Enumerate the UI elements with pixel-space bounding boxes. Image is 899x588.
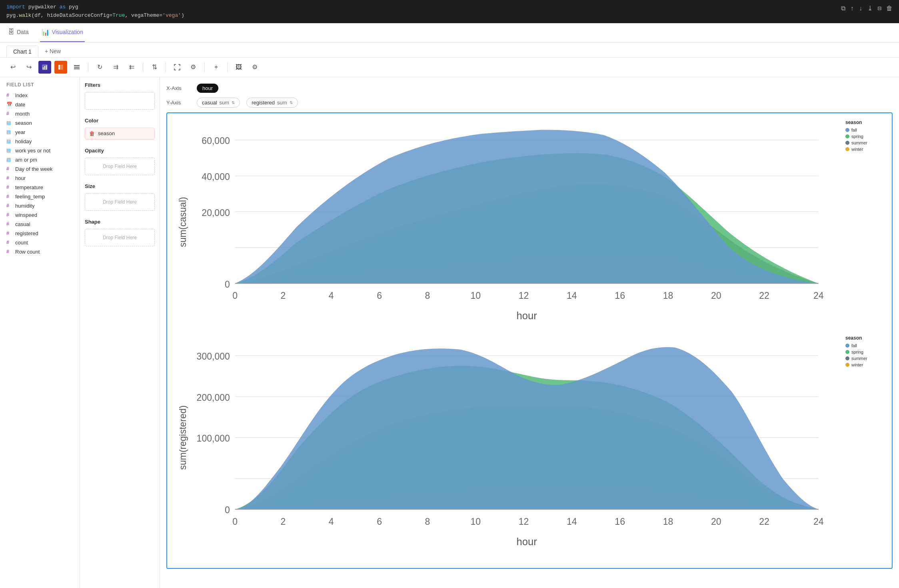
legend-dot	[845, 344, 849, 348]
sep-3	[166, 62, 166, 72]
field-label: am or pm	[15, 157, 37, 163]
field-label: temperature	[15, 184, 43, 190]
field-label: year	[15, 129, 25, 135]
field-label: date	[15, 102, 25, 108]
field-item-hour[interactable]: #hour	[0, 174, 80, 183]
image-button[interactable]: 🖼	[232, 61, 245, 74]
field-item-date[interactable]: 📅date	[0, 100, 80, 109]
field-item-index[interactable]: #index	[0, 91, 80, 100]
size-drop-zone[interactable]: Drop Field Here	[85, 193, 155, 211]
filters-drop-zone[interactable]	[85, 92, 155, 110]
svg-text:200,000: 200,000	[197, 392, 230, 402]
settings1-button[interactable]: ⚙	[187, 61, 200, 74]
yaxis-pill-registered[interactable]: registered sum ⇅	[246, 98, 298, 108]
undo-button[interactable]: ↩	[6, 61, 19, 74]
field-item-winspeed[interactable]: #winspeed	[0, 210, 80, 220]
updown-button[interactable]: ⇅	[148, 61, 161, 74]
svg-text:12: 12	[519, 290, 529, 301]
legend-item: summer	[845, 140, 885, 145]
svg-text:hour: hour	[517, 310, 537, 321]
code-as-kw: as	[60, 4, 66, 10]
minus-icon[interactable]: ⊟	[877, 4, 881, 14]
legend-item: fall	[845, 128, 885, 132]
doc-icon: ▤	[6, 129, 13, 135]
filter1-button[interactable]: ⇉	[109, 61, 122, 74]
field-item-feeling_temp[interactable]: #feeling_temp	[0, 192, 80, 201]
svg-text:14: 14	[567, 516, 577, 526]
copy-icon[interactable]: ⧉	[841, 4, 845, 14]
code-obj: pyg	[6, 12, 16, 18]
down-icon[interactable]: ↓	[859, 4, 863, 14]
chart-type-button[interactable]	[38, 61, 51, 74]
legend-dot	[845, 141, 849, 145]
svg-rect-5	[60, 65, 63, 70]
field-item-Row-count[interactable]: #Row count	[0, 247, 80, 256]
svg-text:2: 2	[281, 516, 286, 526]
field-item-year[interactable]: ▤year	[0, 128, 80, 137]
svg-text:6: 6	[377, 516, 382, 526]
field-item-casual[interactable]: #casual	[0, 220, 80, 229]
field-item-work-yes-or-not[interactable]: ▤work yes or not	[0, 146, 80, 155]
shape-drop-zone[interactable]: Drop Field Here	[85, 229, 155, 246]
refresh-button[interactable]: ↻	[93, 61, 106, 74]
legend-label: spring	[851, 134, 863, 139]
field-item-season[interactable]: ▤season	[0, 118, 80, 128]
chart-tab-new[interactable]: + New	[40, 46, 66, 57]
svg-text:sum(registered): sum(registered)	[178, 405, 188, 470]
field-item-am-or-pm[interactable]: ▤am or pm	[0, 155, 80, 164]
field-label: season	[15, 120, 32, 126]
field-item-count[interactable]: #count	[0, 238, 80, 247]
size-placeholder: Drop Field Here	[103, 199, 137, 205]
legend-item: spring	[845, 134, 885, 139]
hash-icon: #	[6, 230, 13, 236]
yaxis-casual-arrow: ⇅	[232, 100, 235, 105]
svg-text:0: 0	[225, 505, 230, 515]
doc-icon: ▤	[6, 120, 13, 126]
field-item-holiday[interactable]: ▤holiday	[0, 137, 80, 146]
svg-text:12: 12	[519, 516, 529, 526]
legend-item: fall	[845, 343, 885, 348]
field-items-container: #index📅date#month▤season▤year▤holiday▤wo…	[0, 91, 80, 256]
trash-icon[interactable]: 🗑	[89, 130, 95, 137]
doc-icon: ▤	[6, 157, 13, 162]
field-item-Day-of-the-week[interactable]: #Day of the week	[0, 164, 80, 174]
yaxis-reg-name: registered	[252, 100, 275, 106]
opacity-placeholder: Drop Field Here	[103, 164, 137, 169]
hash-icon: #	[6, 221, 13, 227]
field-item-month[interactable]: #month	[0, 109, 80, 118]
field-item-registered[interactable]: #registered	[0, 229, 80, 238]
chart2-legend: season fallspringsummerwinter	[845, 335, 885, 369]
up-icon[interactable]: ↑	[850, 4, 854, 14]
field-item-temperature[interactable]: #temperature	[0, 183, 80, 192]
svg-text:6: 6	[377, 290, 382, 301]
yaxis-row: Y-Axis casual sum ⇅ registered sum ⇅	[166, 98, 893, 108]
tab-visualization[interactable]: 📊 Visualization	[40, 23, 85, 42]
brush-button[interactable]: ⌖	[210, 61, 222, 74]
code-bool: True	[112, 12, 125, 18]
opacity-drop-zone[interactable]: Drop Field Here	[85, 158, 155, 175]
color-chip[interactable]: 🗑 season	[85, 128, 155, 140]
svg-text:0: 0	[232, 516, 238, 526]
tab-data[interactable]: 🗄 Data	[6, 23, 30, 42]
download-icon[interactable]: ⤓	[867, 4, 873, 14]
yaxis-pill-casual[interactable]: casual sum ⇅	[197, 98, 240, 108]
delete-icon[interactable]: 🗑	[886, 4, 893, 14]
hash-icon: #	[6, 249, 13, 254]
field-item-humidity[interactable]: #humidity	[0, 201, 80, 210]
chart1-wrapper: 60,000 40,000 20,000 0 sum(casual)	[174, 120, 885, 326]
xaxis-pill[interactable]: hour	[197, 84, 218, 93]
legend-dot	[845, 128, 849, 132]
settings2-button[interactable]: ⚙	[248, 61, 261, 74]
field-label: holiday	[15, 138, 32, 144]
svg-rect-8	[74, 65, 80, 66]
hash-icon: #	[6, 166, 13, 172]
chart-tab-1[interactable]: Chart 1	[6, 46, 38, 57]
expand-button[interactable]	[171, 61, 184, 74]
mark-button[interactable]	[54, 61, 67, 74]
svg-text:22: 22	[759, 516, 769, 526]
legend2-items: fallspringsummerwinter	[845, 343, 885, 367]
svg-text:300,000: 300,000	[197, 351, 230, 362]
filter2-button[interactable]: ⇇	[125, 61, 138, 74]
redo-button[interactable]: ↪	[22, 61, 35, 74]
layers-button[interactable]	[70, 61, 83, 74]
